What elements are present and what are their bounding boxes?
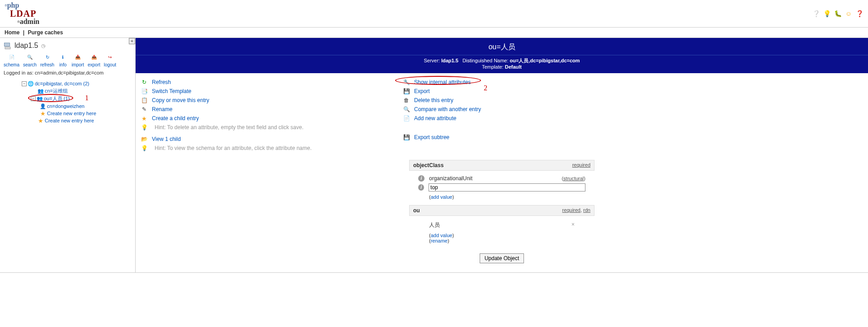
- structural-flag: structural: [563, 176, 584, 181]
- objectclass-value-1: organizationalUnit: [429, 175, 557, 182]
- import-button[interactable]: 📥import: [71, 52, 84, 67]
- update-object-button[interactable]: Update Object: [480, 253, 524, 263]
- star-icon: ★: [38, 117, 44, 124]
- logout-button[interactable]: ↪logout: [104, 52, 116, 67]
- delete-entry-link[interactable]: Delete this entry: [414, 97, 453, 103]
- add-value-link[interactable]: add value: [431, 194, 453, 200]
- collapse-sidebar-button[interactable]: «: [129, 38, 135, 44]
- create-child-link[interactable]: Create a child entry: [152, 115, 199, 121]
- add-attr-icon: 📄: [402, 115, 410, 122]
- trash-icon: 🗑: [402, 97, 410, 104]
- lightbulb-icon[interactable]: 💡: [823, 9, 831, 18]
- entry-subheader: Server: ldap1.5 Distinguished Name: ou=人…: [136, 55, 868, 73]
- clock-icon: ◷: [41, 43, 46, 49]
- export-subtree-link[interactable]: Export subtree: [414, 134, 449, 140]
- info-icon[interactable]: i: [418, 184, 424, 191]
- export-subtree-icon: 💾: [402, 134, 410, 141]
- home-link[interactable]: Home: [5, 29, 19, 36]
- add-value-link[interactable]: add value: [431, 233, 453, 238]
- ou-flags: required, rdn: [562, 207, 590, 214]
- tree-node-root[interactable]: dc=pibigstar, dc=com (2): [35, 81, 89, 86]
- required-flag: required: [572, 162, 590, 168]
- export-button[interactable]: 📤export: [88, 52, 100, 67]
- tree-node-cn-user[interactable]: cn=dongweizhen: [47, 103, 85, 109]
- add-attribute-link[interactable]: Add new attribute: [414, 115, 456, 121]
- export-icon: 💾: [402, 88, 410, 95]
- star-icon: ★: [140, 115, 148, 122]
- export-link[interactable]: Export: [414, 88, 430, 94]
- tools-icon: 🔧: [402, 79, 410, 86]
- tree-collapse-icon[interactable]: −: [22, 81, 27, 86]
- compare-entry-link[interactable]: Compare with another entry: [414, 106, 481, 112]
- create-entry-link[interactable]: Create new entry here: [45, 118, 94, 123]
- purge-caches-link[interactable]: Purge caches: [28, 29, 63, 36]
- tree-node-ou-people[interactable]: ou=人员 (1): [44, 95, 70, 102]
- objectclass-value-2-input[interactable]: [429, 183, 585, 192]
- server-icon: [4, 42, 12, 50]
- star-icon: ★: [40, 110, 46, 117]
- annotation-1: 1: [85, 94, 89, 102]
- server-title: ldap1.5 ◷: [4, 42, 132, 50]
- tree-collapse-icon[interactable]: −: [31, 96, 36, 101]
- hint-icon: 💡: [140, 124, 148, 131]
- group-icon: 👥: [38, 88, 44, 94]
- switch-template-link[interactable]: Switch Template: [152, 88, 191, 94]
- copy-icon: 📋: [140, 97, 148, 104]
- refresh-button[interactable]: ↻refresh: [40, 52, 54, 67]
- hint-text: Hint: To delete an attribute, empty the …: [155, 124, 303, 131]
- copy-move-link[interactable]: Copy or move this entry: [152, 97, 209, 103]
- rename-icon: ✎: [140, 106, 148, 113]
- rename-link[interactable]: Rename: [152, 106, 172, 112]
- create-entry-link[interactable]: Create new entry here: [47, 111, 96, 116]
- template-icon: 📑: [140, 88, 148, 95]
- top-nav: Home | Purge caches: [0, 28, 868, 38]
- watermark: CSDN @阳光很暖吧: [810, 272, 863, 273]
- refresh-link[interactable]: Refresh: [152, 79, 171, 85]
- smiley-icon[interactable]: ☺: [844, 9, 853, 18]
- info-icon[interactable]: i: [418, 175, 425, 182]
- sidebar-toolbar: 📄schema 🔍search ↻refresh ℹinfo 📥import 📤…: [4, 52, 132, 67]
- svg-rect-1: [5, 47, 10, 49]
- attr-ou-label: ou: [413, 207, 420, 214]
- globe-icon: 🌐: [28, 80, 34, 87]
- logged-in-text: Logged in as: cn=admin,dc=pibigstar,dc=c…: [4, 70, 132, 75]
- hint-icon: 💡: [140, 145, 148, 152]
- ldap-tree: − 🌐 dc=pibigstar, dc=com (2) 👥 cn=运维组 − …: [4, 80, 132, 124]
- attributes-panel: objectClass required i organizationalUni…: [409, 160, 594, 263]
- help-icon[interactable]: ❓: [855, 9, 863, 18]
- show-internal-attrs-link[interactable]: Show internal attributes: [414, 79, 471, 85]
- bug-icon[interactable]: 🐛: [834, 9, 842, 18]
- entry-title: ou=人员: [136, 38, 868, 55]
- app-logo: ▫php LDAP ▫admin: [5, 2, 39, 25]
- ou-icon: 👥: [37, 96, 43, 102]
- person-icon: 👤: [40, 103, 46, 109]
- tree-node-cn-group[interactable]: cn=运维组: [45, 88, 68, 94]
- refresh-icon: ↻: [140, 79, 148, 86]
- ou-value: 人员: [429, 221, 440, 229]
- header-icons: ❔ 💡 🐛 ☺ ❓: [812, 9, 863, 18]
- view-children-link[interactable]: View 1 child: [152, 136, 181, 142]
- help-request-icon[interactable]: ❔: [812, 9, 820, 18]
- schema-button[interactable]: 📄schema: [4, 52, 19, 67]
- svg-rect-0: [5, 43, 10, 47]
- hint-text: Hint: To view the schema for an attribut…: [155, 145, 311, 151]
- search-button[interactable]: 🔍search: [23, 52, 37, 67]
- attr-objectclass-label: objectClass: [413, 162, 443, 168]
- info-button[interactable]: ℹinfo: [58, 52, 68, 67]
- compare-icon: 🔍: [402, 106, 410, 113]
- children-icon: 📂: [140, 135, 148, 143]
- rename-link[interactable]: rename: [431, 238, 448, 243]
- annotation-2: 2: [484, 84, 487, 92]
